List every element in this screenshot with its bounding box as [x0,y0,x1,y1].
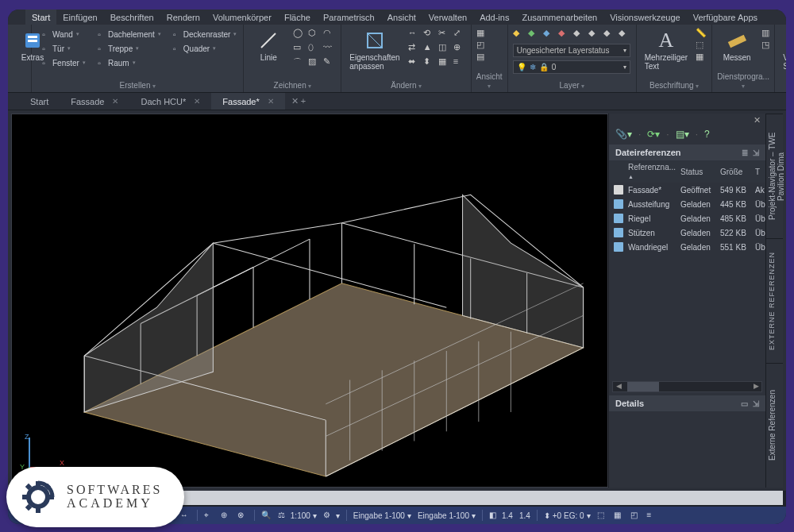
scale[interactable]: ⚖1:100 ▾ [278,511,317,521]
table-row[interactable]: WandriegelGeladen551 KBÜb [609,240,765,254]
messen-button[interactable]: Messen [717,28,757,64]
quader-button[interactable]: ▫Quader ▾ [168,42,238,55]
menu-tab-fläche[interactable]: Fläche [278,10,317,25]
close-icon[interactable]: ✕ [112,97,118,106]
group-beschriftung: A Mehrzeiliger Text 📏 ⬚ ▦ Beschriftung [637,25,712,92]
help-icon[interactable]: ? [704,129,710,140]
svg-text:X: X [60,459,64,467]
menu-tab-verwalten[interactable]: Verwalten [422,10,473,25]
menu-tab-visionswerkzeuge[interactable]: Visionswerkzeuge [603,10,686,25]
menu-tab-verfügbare apps[interactable]: Verfügbare Apps [687,10,764,25]
menu-tab-volumenkörper[interactable]: Volumenkörper [206,10,278,25]
menu-tab-parametrisch[interactable]: Parametrisch [317,10,381,25]
palette-xrefs: ✕ 📎▾ · ⟳▾ · ▤▾ · ? Dateireferenzen ≣⇲ Re… [608,114,765,488]
group-layer: ◆◆ ◆◆ ◆◆◆◆ Ungesicherter Layerstatus 💡❄🔒… [508,25,637,92]
view-icon-2[interactable]: ◰ [476,40,484,50]
refs-header[interactable]: Referenzna... Status Größe T [609,160,765,183]
table-row[interactable]: Fassade*Geöffnet549 KBAk [609,183,765,197]
group-ansicht: ▦ ◰ ▤ Ansicht [472,25,508,92]
file-tab[interactable]: Dach HCU*✕ [129,93,211,110]
model-3d [12,114,607,492]
group-schnitt: Vertikaler Schnitt Schnitt und Ansicht [775,25,786,92]
vschnitt-button[interactable]: Vertikaler Schnitt [780,28,786,72]
details-title: Details [615,399,644,408]
close-icon[interactable]: ✕ [194,97,200,106]
menu-tab-add-ins[interactable]: Add-ins [473,10,515,25]
group-dienst: Messen ▥◳ Dienstprogra... [712,25,775,92]
menu-tab-ansicht[interactable]: Ansicht [381,10,422,25]
view-icon-3[interactable]: ▤ [476,52,484,62]
new-tab-button[interactable]: ✕ + [285,93,312,110]
treppe-button[interactable]: ▫Treppe ▾ [92,42,163,55]
svg-point-51 [29,488,48,507]
refresh-icon[interactable]: ⟳▾ [647,129,660,140]
svg-rect-5 [728,35,746,48]
sidetab-navigator[interactable]: Projekt-Navigator – TWE Pavilion Dima [766,114,783,238]
decke-button[interactable]: ▫Deckenraster ▾ [168,28,238,40]
group-zeichnen: Linie ◯⬡◠ ▭⬯〰 ⌒▨✎ Zeichnen [244,25,341,92]
sidetab-xref-caps[interactable]: EXTERNE REFERENZEN [766,238,783,363]
refs-scrollbar[interactable]: ◀▶ [612,381,762,392]
linie-button[interactable]: Linie [249,28,288,64]
sidetab-xref[interactable]: Externe Referenzen [766,363,783,488]
svg-rect-47 [614,199,623,209]
palette-close-icon[interactable]: ✕ [609,114,765,125]
menu-tab-rendern[interactable]: Rendern [160,10,206,25]
layer-status[interactable]: Ungesicherter Layerstatus [513,44,630,57]
view-icon-1[interactable]: ▦ [476,28,484,38]
eigenschaften-button[interactable]: Eigenschaften anpassen [346,28,403,72]
menu-tab-start[interactable]: Start [25,10,56,25]
layer-select[interactable]: 💡❄🔒 0 [513,60,630,74]
mtext-button[interactable]: A Mehrzeiliger Text [642,28,691,72]
table-row[interactable]: RiegelGeladen485 KBÜb [609,211,765,226]
svg-rect-48 [614,214,623,223]
gear-icon [22,478,60,516]
file-tab[interactable]: Start [19,93,60,110]
svg-rect-50 [614,242,623,252]
side-tabs: Projekt-Navigator – TWE Pavilion Dima EX… [765,114,783,488]
table-row[interactable]: StützenGeladen522 KBÜb [609,226,765,240]
wand-button[interactable]: ▫Wand ▾ [37,28,87,40]
svg-rect-49 [614,228,623,237]
file-tab[interactable]: Fassade✕ [60,93,129,110]
svg-line-3 [261,33,276,48]
svg-rect-53 [36,508,40,513]
list-icon[interactable]: ▤▾ [676,129,689,140]
menu-tab-zusammenarbeiten[interactable]: Zusammenarbeiten [515,10,603,25]
watermark-badge: SOFTWARES ACADEMY [6,467,184,527]
svg-text:Z: Z [25,433,29,441]
svg-rect-54 [22,495,27,499]
tuer-button[interactable]: ▫Tür ▾ [37,42,87,55]
svg-rect-46 [614,185,623,195]
close-icon[interactable]: ✕ [268,97,274,106]
attach-icon[interactable]: 📎▾ [615,129,632,140]
raum-button[interactable]: ▫Raum ▾ [92,56,163,69]
menu-tab-beschriften[interactable]: Beschriften [104,10,160,25]
file-tabs: StartFassade✕Dach HCU*✕Fassade*✕✕ + [8,93,786,110]
group-aendern: Eigenschaften anpassen ↔⟲✂⤢ ⇄▲◫⊕ ⬌⬍▦≡ Än… [341,25,471,92]
palette-title: Dateireferenzen [615,148,681,157]
ribbon: Extras . ▫Wand ▾▫Tür ▾▫Fenster ▾ ▫Dachel… [8,25,786,93]
viewport[interactable]: X Z Y [11,114,608,488]
menu-tab-einfügen[interactable]: Einfügen [56,10,103,25]
table-row[interactable]: AussteifungGeladen445 KBÜb [609,197,765,211]
group-erstellen: ▫Wand ▾▫Tür ▾▫Fenster ▾ ▫Dachelement ▾▫T… [32,25,244,92]
file-tab[interactable]: Fassade*✕ [211,93,284,110]
fenster-button[interactable]: ▫Fenster ▾ [37,56,87,69]
menu-bar: StartEinfügenBeschriftenRendernVolumenkö… [8,10,786,25]
dach-button[interactable]: ▫Dachelement ▾ [92,28,163,40]
